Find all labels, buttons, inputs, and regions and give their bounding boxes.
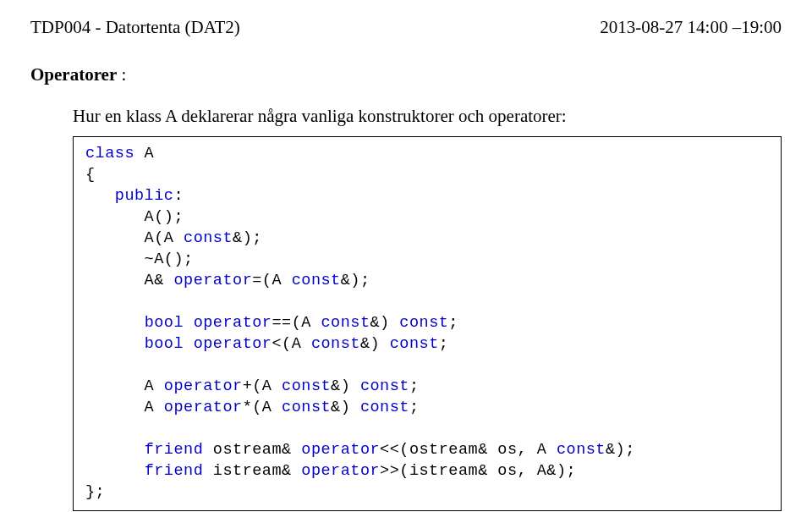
code-text: A — [134, 145, 154, 162]
code-text: *(A — [243, 399, 282, 416]
kw-const: const — [321, 314, 370, 332]
code-text: &) — [370, 314, 400, 332]
code-text: ; — [409, 377, 420, 395]
kw-const: const — [184, 229, 233, 247]
code-text: { — [85, 166, 96, 184]
code-text: &) — [331, 377, 360, 395]
code-text — [85, 314, 145, 332]
code-text: A(); — [85, 208, 184, 226]
code-text: ; — [409, 399, 420, 416]
code-text: <(A — [272, 335, 310, 353]
kw-const: const — [360, 399, 409, 416]
kw-bool: bool — [145, 314, 184, 332]
header-left: TDP004 - Datortenta (DAT2) — [30, 15, 240, 39]
code-text — [184, 314, 194, 332]
code-text: +(A — [243, 377, 282, 395]
code-text: istream& — [203, 462, 301, 480]
kw-class: class — [85, 145, 134, 162]
intro-text: Hur en klass A deklarerar några vanliga … — [73, 104, 782, 128]
kw-friend: friend — [145, 441, 204, 459]
kw-const: const — [390, 335, 439, 353]
kw-public: public — [115, 187, 174, 205]
code-text: A — [85, 399, 164, 416]
code-text: ; — [439, 335, 449, 353]
kw-const: const — [282, 377, 331, 395]
header-right: 2013-08-27 14:00 –19:00 — [600, 15, 782, 39]
kw-const: const — [557, 441, 606, 459]
code-text: &); — [233, 229, 262, 247]
code-text — [85, 441, 145, 459]
code-text: <<(ostream& os, A — [380, 441, 557, 459]
code-listing: class A { public: A(); A(A const&); ~A()… — [73, 136, 782, 510]
page-header: TDP004 - Datortenta (DAT2) 2013-08-27 14… — [30, 15, 782, 39]
kw-const: const — [292, 272, 341, 289]
section-colon: : — [117, 64, 126, 85]
code-text: : — [173, 187, 184, 205]
code-text: &); — [341, 272, 370, 289]
kw-operator: operator — [164, 377, 243, 395]
code-text: &) — [360, 335, 390, 353]
code-text: >>(istream& os, A&); — [380, 462, 576, 480]
code-text: ; — [448, 314, 458, 332]
code-text: ostream& — [203, 441, 301, 459]
code-text: A& — [85, 272, 173, 289]
kw-friend: friend — [145, 462, 204, 480]
kw-bool: bool — [145, 335, 184, 353]
code-text: &); — [606, 441, 635, 459]
code-text: A(A — [85, 229, 184, 247]
kw-const: const — [311, 335, 360, 353]
kw-const: const — [360, 377, 409, 395]
kw-operator: operator — [194, 335, 272, 353]
code-text: ~A(); — [85, 250, 194, 268]
kw-const: const — [399, 314, 448, 332]
code-text: &) — [331, 399, 360, 416]
kw-operator: operator — [301, 441, 380, 459]
code-text — [85, 335, 145, 353]
kw-operator: operator — [194, 314, 272, 332]
kw-operator: operator — [173, 272, 252, 289]
code-text — [85, 462, 145, 480]
section-label: Operatorer — [30, 64, 117, 85]
code-text: ==(A — [272, 314, 321, 332]
code-text: =(A — [252, 272, 291, 289]
code-text: }; — [85, 483, 105, 501]
code-text: A — [85, 377, 164, 395]
kw-operator: operator — [301, 462, 380, 480]
code-text — [184, 335, 194, 353]
section-heading: Operatorer : — [30, 63, 782, 86]
code-text — [85, 187, 115, 205]
kw-const: const — [282, 399, 331, 416]
kw-operator: operator — [164, 399, 243, 416]
